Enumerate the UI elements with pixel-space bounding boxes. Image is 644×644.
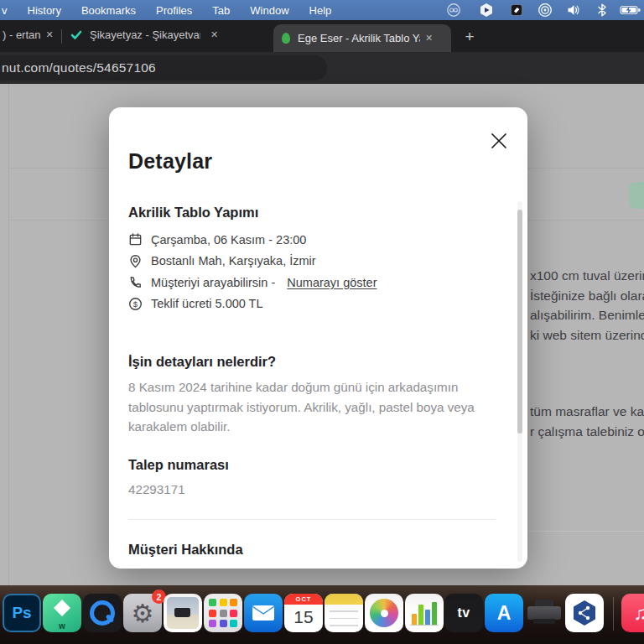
menubar-status-icons xyxy=(359,0,644,20)
request-number-heading: Talep numarası xyxy=(128,457,229,473)
calendar-icon xyxy=(128,232,143,247)
menubar-item-partial[interactable]: v xyxy=(2,4,8,17)
phone-text: Müşteriyi arayabilirsin - xyxy=(151,276,278,289)
dock-calendar-icon[interactable]: OCT 15 xyxy=(284,594,323,632)
date-text: Çarşamba, 06 Kasım - 23:00 xyxy=(151,233,306,247)
tab-close-icon[interactable]: ✕ xyxy=(46,29,54,40)
svg-text:$: $ xyxy=(133,299,138,309)
request-number-value: 42293171 xyxy=(128,482,185,496)
page-green-button-fragment[interactable] xyxy=(629,182,644,209)
detail-row-date: Çarşamba, 06 Kasım - 23:00 xyxy=(128,229,377,251)
bluetooth-icon[interactable] xyxy=(595,3,610,18)
tab-title: ) - ertan xyxy=(0,29,41,41)
checkmark-favicon xyxy=(70,29,82,41)
dock-divider xyxy=(613,597,614,631)
dock-appstore-icon[interactable]: A xyxy=(485,594,523,632)
details-modal: Detaylar Akrilik Tablo Yapımı Çarşamba, … xyxy=(109,107,527,569)
tab-divider xyxy=(61,29,62,44)
calendar-month: OCT xyxy=(284,594,323,605)
price-text: Teklif ücreti 5.000 TL xyxy=(151,297,263,310)
detail-rows: Çarşamba, 06 Kasım - 23:00 Bostanlı Mah,… xyxy=(128,229,377,314)
location-icon xyxy=(128,254,143,268)
dock-notes-icon[interactable] xyxy=(325,594,363,632)
customer-heading: Müşteri Hakkında xyxy=(128,542,243,558)
notes-header xyxy=(325,594,363,605)
menubar-item-profiles[interactable]: Profiles xyxy=(156,4,192,17)
airplay-mirroring-icon[interactable] xyxy=(538,3,553,18)
tab-sikayetvar[interactable]: Şikayetyaz - Şikayetvar ✕ xyxy=(70,29,226,41)
tab-close-icon[interactable]: ✕ xyxy=(425,33,433,44)
tab-close-icon[interactable]: ✕ xyxy=(210,29,218,40)
browser-tab-bar: ) - ertan ✕ Şikayetyaz - Şikayetvar ✕ Eg… xyxy=(0,20,644,52)
dock-photoshop-icon[interactable]: Ps xyxy=(3,594,41,632)
dock-preview-photo-icon[interactable] xyxy=(164,594,202,632)
music-note-icon: ♫ xyxy=(633,602,644,625)
hexagon-share-glyph xyxy=(572,600,597,626)
detail-row-location: Bostanlı Mah, Karşıyaka, İzmir xyxy=(128,251,377,273)
menubar-item-window[interactable]: Window xyxy=(250,4,288,17)
dock-music-icon[interactable]: ♫ xyxy=(621,594,644,632)
dock-printer-icon[interactable] xyxy=(525,594,564,632)
adobe-cc-icon[interactable] xyxy=(446,3,461,18)
service-title: Akrilik Tablo Yapımı xyxy=(128,205,258,221)
detail-row-phone: Müşteriyi arayabilirsin - Numarayı göste… xyxy=(128,272,377,293)
menubar-item-bookmarks[interactable]: Bookmarks xyxy=(81,4,136,17)
preview-subject xyxy=(174,608,190,617)
page-divider xyxy=(528,531,644,532)
filmora-diamond xyxy=(54,600,70,616)
menubar-item-history[interactable]: History xyxy=(28,4,61,17)
modal-title: Detaylar xyxy=(128,149,212,174)
browser-url-bar: nut.com/quotes/54657106 xyxy=(0,52,644,84)
battery-charging-icon[interactable] xyxy=(620,3,641,18)
gear-icon: ⚙ xyxy=(132,599,154,628)
tab-title: Ege Eser - Akrilik Tablo Yapım xyxy=(298,32,420,44)
close-icon[interactable] xyxy=(489,131,509,151)
phone-icon xyxy=(128,275,143,289)
dock-photos-icon[interactable] xyxy=(365,594,403,632)
tab-ertan[interactable]: ) - ertan ✕ xyxy=(0,29,62,41)
dock-appletv-icon[interactable]: tv xyxy=(444,594,483,632)
envelope-icon xyxy=(252,605,275,621)
section-divider xyxy=(128,519,496,520)
dark-app-icon[interactable] xyxy=(509,3,524,18)
page-background-text: tüm masraflar ve karg r çalışma talebini… xyxy=(530,402,644,441)
menubar-item-tab[interactable]: Tab xyxy=(212,4,230,17)
page-content-border xyxy=(8,84,9,587)
macos-menubar: v History Bookmarks Profiles Tab Window … xyxy=(0,0,644,20)
tab-ege-eser-active[interactable]: Ege Eser - Akrilik Tablo Yapım ✕ xyxy=(273,24,451,52)
modal-scrollbar-thumb[interactable] xyxy=(517,210,522,434)
calendar-day: 15 xyxy=(284,605,323,630)
dock-share-app-icon[interactable] xyxy=(565,594,604,632)
pear-favicon xyxy=(282,33,290,44)
tab-title: Şikayetyaz - Şikayetvar xyxy=(90,29,200,41)
dock-numbers-icon[interactable] xyxy=(405,594,444,632)
volume-icon[interactable] xyxy=(566,3,581,18)
filmora-mark: w xyxy=(43,621,81,631)
show-number-link[interactable]: Numarayı göster xyxy=(287,276,377,289)
menubar-menus: v History Bookmarks Profiles Tab Window … xyxy=(0,0,331,20)
job-details-text: 8 Kasım 2024 tarihine kadar doğum günü i… xyxy=(128,377,503,437)
dock-quicktime-icon[interactable] xyxy=(83,594,122,632)
menubar-item-help[interactable]: Help xyxy=(309,4,332,17)
dock-launchpad-icon[interactable] xyxy=(204,594,242,632)
location-text: Bostanlı Mah, Karşıyaka, İzmir xyxy=(151,254,316,267)
dock-filmora-icon[interactable]: w xyxy=(43,594,81,632)
page-background-text: x100 cm tuval üzerin İsteğinize bağlı ol… xyxy=(530,266,644,345)
dock-mail-icon[interactable] xyxy=(244,594,283,632)
price-icon: $ xyxy=(128,297,143,311)
job-details-heading: İşin detayları nelerdir? xyxy=(128,354,276,370)
dock-settings-icon[interactable]: ⚙ 2 xyxy=(123,594,162,632)
hexagon-share-icon[interactable] xyxy=(479,3,494,18)
new-tab-button[interactable]: + xyxy=(460,27,480,47)
url-text[interactable]: nut.com/quotes/54657106 xyxy=(2,52,156,84)
detail-row-price: $ Teklif ücreti 5.000 TL xyxy=(128,293,377,315)
